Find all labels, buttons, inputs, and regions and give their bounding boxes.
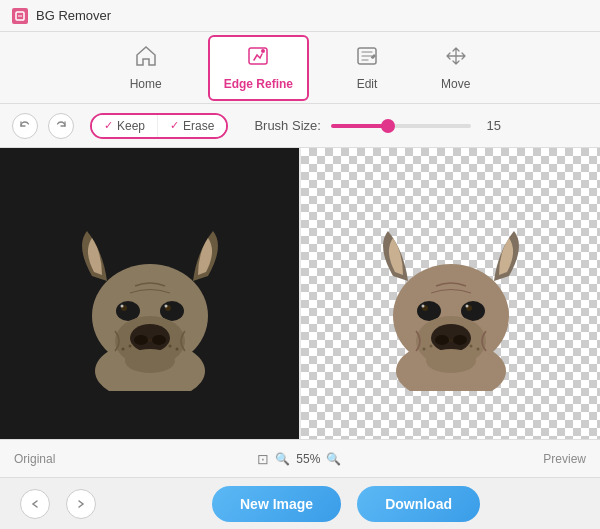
keep-check-icon: ✓ [104, 119, 113, 132]
svg-point-34 [426, 349, 476, 373]
svg-point-18 [128, 345, 131, 348]
svg-point-19 [121, 348, 124, 351]
redo-button[interactable] [48, 113, 74, 139]
download-button[interactable]: Download [357, 486, 480, 522]
keep-button[interactable]: ✓ Keep [92, 115, 158, 137]
footer: New Image Download [0, 477, 600, 529]
svg-point-29 [465, 305, 468, 308]
zoom-out-icon[interactable]: 🔍 [275, 452, 290, 466]
app-title: BG Remover [36, 8, 111, 23]
svg-point-36 [422, 348, 425, 351]
home-label: Home [130, 77, 162, 91]
svg-point-37 [469, 345, 472, 348]
svg-point-38 [476, 348, 479, 351]
original-image [0, 148, 299, 439]
edit-label: Edit [357, 77, 378, 91]
zoom-fit-icon[interactable]: ⊡ [257, 451, 269, 467]
dog-preview-svg [336, 196, 566, 391]
edge-refine-label: Edge Refine [224, 77, 293, 91]
preview-panel[interactable] [301, 148, 600, 439]
svg-point-35 [429, 345, 432, 348]
svg-point-33 [453, 335, 467, 345]
svg-point-17 [125, 349, 175, 373]
tool-home[interactable]: Home [114, 35, 178, 101]
zoom-in-icon[interactable]: 🔍 [326, 452, 341, 466]
back-button[interactable] [20, 489, 50, 519]
app-icon [12, 8, 28, 24]
erase-label: Erase [183, 119, 214, 133]
preview-image [301, 148, 600, 439]
original-label: Original [14, 452, 55, 466]
svg-point-16 [152, 335, 166, 345]
svg-point-21 [175, 348, 178, 351]
tool-edit[interactable]: Edit [339, 35, 395, 101]
erase-button[interactable]: ✓ Erase [158, 115, 226, 137]
bottom-bar: Original ⊡ 🔍 55% 🔍 Preview [0, 439, 600, 477]
zoom-value: 55% [296, 452, 320, 466]
svg-point-20 [168, 345, 171, 348]
preview-label: Preview [543, 452, 586, 466]
main-content [0, 148, 600, 439]
zoom-controls: ⊡ 🔍 55% 🔍 [257, 451, 341, 467]
original-panel[interactable] [0, 148, 299, 439]
title-bar: BG Remover [0, 0, 600, 32]
move-label: Move [441, 77, 470, 91]
brush-size-label: Brush Size: [254, 118, 320, 133]
edge-refine-icon [246, 45, 270, 73]
dog-original-svg [35, 196, 265, 391]
brush-mode-group: ✓ Keep ✓ Erase [90, 113, 228, 139]
svg-point-3 [261, 49, 265, 53]
new-image-button[interactable]: New Image [212, 486, 341, 522]
svg-point-12 [164, 305, 167, 308]
home-icon [134, 45, 158, 73]
controls-bar: ✓ Keep ✓ Erase Brush Size: 15 [0, 104, 600, 148]
svg-point-15 [134, 335, 148, 345]
forward-button[interactable] [66, 489, 96, 519]
undo-button[interactable] [12, 113, 38, 139]
move-icon [444, 45, 468, 73]
erase-check-icon: ✓ [170, 119, 179, 132]
brush-size-slider[interactable] [331, 124, 471, 128]
tool-move[interactable]: Move [425, 35, 486, 101]
brush-size-value: 15 [481, 118, 501, 133]
svg-point-11 [120, 305, 123, 308]
keep-label: Keep [117, 119, 145, 133]
svg-point-32 [435, 335, 449, 345]
tool-edge-refine[interactable]: Edge Refine [208, 35, 309, 101]
main-toolbar: Home Edge Refine Edit Move [0, 32, 600, 104]
edit-icon [355, 45, 379, 73]
svg-point-28 [421, 305, 424, 308]
